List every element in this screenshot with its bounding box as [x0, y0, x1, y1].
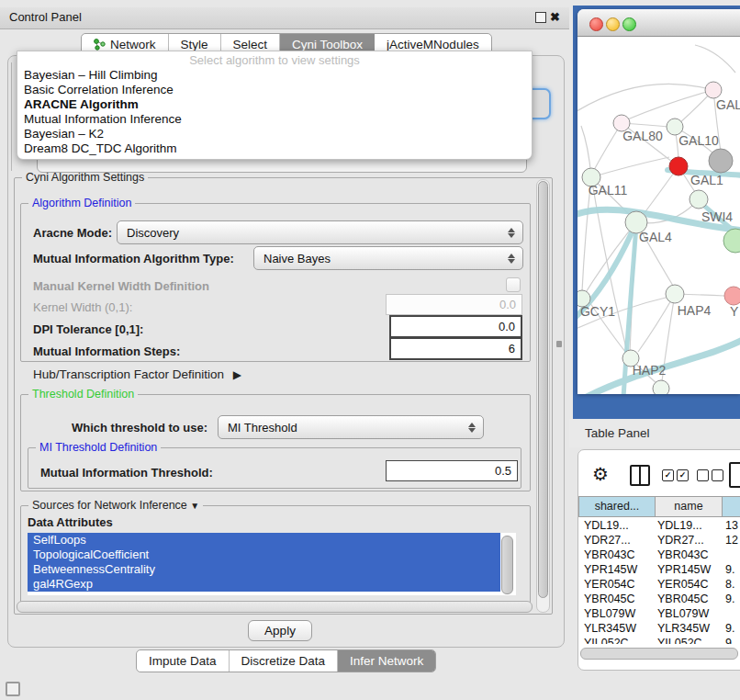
- mi-steps-field[interactable]: 6: [389, 337, 522, 360]
- dropdown-item[interactable]: Basic Correlation Inference: [17, 83, 532, 97]
- stepper-arrows-icon: [504, 228, 519, 238]
- node-label: HAP4: [678, 303, 712, 318]
- checked-checkbox-icon[interactable]: ✓: [662, 469, 674, 481]
- settings-hscrollbar-thumb[interactable]: [17, 601, 533, 613]
- hidden-groupbox-edge: [11, 62, 12, 171]
- stepper-arrows-icon: [504, 254, 519, 264]
- stepper-arrows-icon: [465, 423, 479, 433]
- table-row[interactable]: YBR043CYBR043C: [578, 548, 740, 562]
- control-panel-titlebar: [0, 7, 569, 29]
- table-hscrollbar-thumb[interactable]: [580, 648, 738, 660]
- table-row[interactable]: YPR145WYPR145W9.: [578, 562, 740, 577]
- control-panel-title: Control Panel: [9, 10, 82, 24]
- node-label: GAL11: [589, 183, 628, 198]
- node-hap4[interactable]: [666, 285, 684, 303]
- close-traffic-light[interactable]: [589, 17, 603, 31]
- dropdown-item[interactable]: Dream8 DC_TDC Algorithm: [17, 141, 532, 156]
- mi-steps-label: Mutual Information Steps:: [33, 344, 180, 358]
- aracne-mode-combo[interactable]: Discovery: [117, 220, 523, 244]
- table-row[interactable]: YBR045CYBR045C9.: [578, 592, 740, 606]
- screen: Control Panel ✖ Network Style Select Cyn…: [0, 0, 740, 700]
- unchecked-checkbox-icon[interactable]: [697, 469, 709, 481]
- node-gray[interactable]: [709, 149, 733, 173]
- hub-definition-toggle[interactable]: Hub/Transcription Factor Definition ▶: [33, 367, 241, 381]
- node-label: GAL4: [639, 230, 672, 244]
- bottom-tabbar: Impute Data Discretize Data Infer Networ…: [136, 649, 436, 672]
- which-threshold-combo[interactable]: MI Threshold: [218, 415, 484, 439]
- network-labels: GAL GAL80 GAL10 GAL1 GAL11 SWI4 GAL4 GCY…: [580, 97, 740, 378]
- manual-kernel-checkbox[interactable]: [506, 277, 521, 292]
- split-columns-icon[interactable]: [630, 465, 650, 486]
- expand-right-icon: ▶: [233, 368, 241, 381]
- node-label: GAL: [716, 97, 740, 112]
- manual-kernel-label: Manual Kernel Width Definition: [33, 279, 209, 293]
- kernel-width-label: Kernel Width (0,1):: [33, 300, 132, 314]
- table-row[interactable]: YER054CYER054C8.: [578, 577, 740, 592]
- table-row[interactable]: YDR27...YDR27...12: [578, 533, 740, 548]
- algorithm-definition-title: Algorithm Definition: [28, 197, 135, 209]
- dropdown-item[interactable]: Bayesian – K2: [17, 127, 532, 141]
- collapse-down-icon[interactable]: ▼: [190, 501, 199, 511]
- data-attributes-list: SelfLoops TopologicalCoefficient Between…: [28, 533, 516, 595]
- node-label: HAP2: [633, 363, 667, 378]
- resize-grip[interactable]: [6, 682, 20, 696]
- node-label: GCY1: [580, 304, 615, 319]
- unchecked-checkbox-icon[interactable]: [712, 469, 723, 481]
- node-label: GAL1: [690, 173, 723, 187]
- settings-gear-icon[interactable]: ⚙: [592, 463, 609, 485]
- splitter-handle[interactable]: [556, 341, 562, 347]
- settings-group-title: Cyni Algorithm Settings: [22, 171, 148, 184]
- column-header-name[interactable]: name: [655, 496, 723, 517]
- dpi-tolerance-label: DPI Tolerance [0,1]:: [33, 322, 143, 336]
- network-window-titlebar[interactable]: [577, 9, 740, 37]
- apply-button[interactable]: Apply: [248, 620, 312, 641]
- partial-toolbar-icon[interactable]: [729, 462, 740, 488]
- table-row[interactable]: YBL079WYBL079W: [578, 606, 740, 621]
- attribute-item[interactable]: SelfLoops: [28, 533, 500, 548]
- tab-discretize-data[interactable]: Discretize Data: [230, 650, 339, 672]
- node-green[interactable]: [723, 229, 740, 253]
- mi-type-combo[interactable]: Naive Bayes: [253, 246, 523, 270]
- zoom-traffic-light[interactable]: [622, 17, 636, 31]
- tab-impute-data[interactable]: Impute Data: [137, 650, 230, 672]
- dropdown-item[interactable]: Bayesian – Hill Climbing: [17, 68, 532, 83]
- mi-type-label: Mutual Information Algorithm Type:: [33, 252, 234, 265]
- kernel-width-field[interactable]: 0.0: [386, 294, 522, 315]
- network-icon: [94, 39, 106, 51]
- close-icon[interactable]: ✖: [549, 11, 561, 23]
- attributes-scrollbar-thumb[interactable]: [501, 536, 513, 594]
- settings-vscrollbar-thumb[interactable]: [538, 181, 548, 598]
- table-row[interactable]: YIL052CYIL052C9: [578, 636, 740, 644]
- node-salmon[interactable]: [724, 287, 740, 305]
- data-attributes-label: Data Attributes: [28, 515, 113, 529]
- attribute-item[interactable]: BetweennessCentrality: [28, 562, 500, 577]
- dropdown-placeholder: Select algorithm to view settings: [17, 53, 532, 68]
- algorithm-dropdown-popup: Select algorithm to view settings Bayesi…: [17, 51, 533, 160]
- dpi-tolerance-field[interactable]: 0.0: [389, 315, 522, 338]
- mi-threshold-field[interactable]: 0.5: [386, 460, 518, 481]
- node-red-selected[interactable]: [669, 157, 688, 175]
- column-header-shared[interactable]: shared...: [578, 496, 656, 517]
- sources-group-title: Sources for Network Inference ▼: [28, 499, 203, 512]
- dropdown-item[interactable]: Mutual Information Inference: [17, 112, 532, 127]
- network-canvas[interactable]: GAL GAL80 GAL10 GAL1 GAL11 SWI4 GAL4 GCY…: [577, 36, 740, 394]
- attribute-item[interactable]: TopologicalCoefficient: [28, 548, 500, 562]
- minimize-traffic-light[interactable]: [606, 17, 620, 31]
- table-row[interactable]: YLR345WYLR345W9.: [578, 621, 740, 636]
- column-header-partial[interactable]: [722, 496, 740, 517]
- table-panel-title: Table Panel: [585, 426, 650, 440]
- attribute-item[interactable]: gal4RGexp: [28, 577, 500, 592]
- node-label: GAL80: [622, 129, 663, 143]
- node-gal-partial[interactable]: [705, 82, 722, 98]
- aracne-mode-label: Aracne Mode:: [33, 226, 112, 240]
- node-bottom-partial[interactable]: [653, 380, 669, 394]
- tab-infer-network[interactable]: Infer Network: [338, 650, 435, 672]
- node-swi4[interactable]: [690, 190, 708, 209]
- table-panel-titlebar: Table Panel: [569, 419, 740, 447]
- table-row[interactable]: YDL19...YDL19...13: [578, 518, 740, 533]
- mi-threshold-group-title: MI Threshold Definition: [36, 441, 161, 454]
- checked-checkbox-icon[interactable]: ✓: [677, 469, 689, 481]
- dropdown-item-selected[interactable]: ARACNE Algorithm: [17, 97, 532, 112]
- float-window-icon[interactable]: [535, 12, 546, 23]
- network-window: GAL GAL80 GAL10 GAL1 GAL11 SWI4 GAL4 GCY…: [577, 9, 740, 394]
